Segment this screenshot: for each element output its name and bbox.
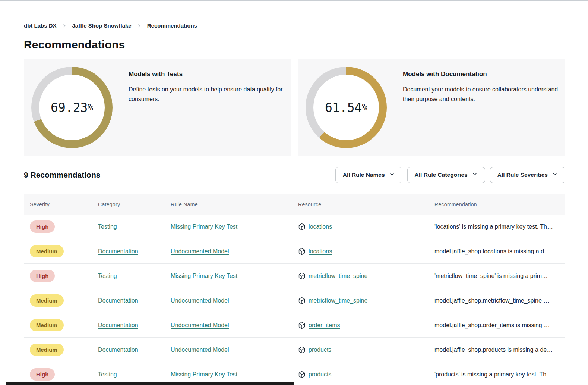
rule-name-link[interactable]: Missing Primary Key Test <box>171 273 237 279</box>
resource-link[interactable]: order_items <box>309 322 340 329</box>
rule-name-link[interactable]: Missing Primary Key Test <box>171 223 237 230</box>
recommendation-text: 'metricflow_time_spine' is missing a pri… <box>434 273 565 279</box>
severity-badge: Medium <box>30 319 64 331</box>
rule-names-filter-label: All Rule Names <box>343 172 385 178</box>
table-row: High Testing Missing Primary Key Test lo… <box>24 215 565 239</box>
table-row: Medium Documentation Undocumented Model … <box>24 313 565 338</box>
page-title: Recommendations <box>24 38 565 51</box>
chevron-down-icon <box>389 171 395 179</box>
recommendations-table: Severity Category Rule Name Resource Rec… <box>24 194 565 385</box>
severity-badge: High <box>30 368 55 381</box>
model-cube-icon <box>298 346 306 354</box>
chevron-right-icon <box>62 23 67 28</box>
window-top-border <box>0 0 588 1</box>
column-header-category: Category <box>98 201 171 207</box>
model-cube-icon <box>298 297 306 304</box>
severity-badge: Medium <box>30 245 64 257</box>
category-link[interactable]: Documentation <box>98 248 138 255</box>
breadcrumb-item-dbt-labs-dx[interactable]: dbt Labs DX <box>24 22 57 29</box>
severity-badge: High <box>30 220 55 233</box>
column-header-rule-name: Rule Name <box>171 201 298 207</box>
model-cube-icon <box>298 223 306 231</box>
rule-names-filter-dropdown[interactable]: All Rule Names <box>335 167 402 183</box>
breadcrumb-item-jaffle-shop-snowflake[interactable]: Jaffle Shop Snowflake <box>72 22 132 29</box>
main-content: dbt Labs DX Jaffle Shop Snowflake Recomm… <box>0 22 588 385</box>
recommendation-text: 'products' is missing a primary key test… <box>434 371 565 378</box>
rule-severities-filter-label: All Rule Severities <box>497 172 548 178</box>
recommendation-text: model.jaffle_shop.products is missing a … <box>434 347 565 353</box>
chevron-down-icon <box>552 171 558 179</box>
table-row: Medium Documentation Undocumented Model … <box>24 288 565 313</box>
resource-link[interactable]: metricflow_time_spine <box>309 297 367 304</box>
percent-sign: % <box>88 102 93 113</box>
category-link[interactable]: Testing <box>98 223 117 230</box>
filter-bar: All Rule Names All Rule Categories All R… <box>335 167 565 183</box>
chevron-right-icon <box>137 23 142 28</box>
resource-link[interactable]: locations <box>309 223 332 230</box>
metric-card-title: Models with Tests <box>129 71 291 78</box>
category-link[interactable]: Testing <box>98 273 117 279</box>
metric-card-title: Models with Documentation <box>403 71 565 78</box>
resource-link[interactable]: products <box>309 347 331 353</box>
rule-name-link[interactable]: Undocumented Model <box>171 248 229 255</box>
percent-sign: % <box>362 102 367 113</box>
metric-card-description: Define tests on your models to help ensu… <box>129 85 291 104</box>
metric-card-models-with-documentation: 61.54% Models with Documentation Documen… <box>298 59 565 156</box>
rule-name-link[interactable]: Undocumented Model <box>171 322 229 329</box>
documentation-donut-chart: 61.54% <box>306 67 387 148</box>
list-header: 9 Recommendations All Rule Names All Rul… <box>24 167 565 183</box>
recommendations-count-heading: 9 Recommendations <box>24 170 100 179</box>
model-cube-icon <box>298 371 306 378</box>
rule-name-link[interactable]: Missing Primary Key Test <box>171 371 237 378</box>
column-header-resource: Resource <box>298 201 434 207</box>
model-cube-icon <box>298 272 306 280</box>
table-body: High Testing Missing Primary Key Test lo… <box>24 215 565 385</box>
bottom-partial-element <box>6 382 294 385</box>
breadcrumb: dbt Labs DX Jaffle Shop Snowflake Recomm… <box>24 22 565 29</box>
model-cube-icon <box>298 322 306 329</box>
table-row: Medium Documentation Undocumented Model … <box>24 239 565 264</box>
table-row: High Testing Missing Primary Key Test me… <box>24 264 565 288</box>
severity-badge: Medium <box>30 294 64 307</box>
metric-card-description: Document your models to ensure collabora… <box>403 85 565 104</box>
breadcrumb-item-recommendations: Recommendations <box>147 22 197 29</box>
documentation-percentage-value: 61.54 <box>325 100 362 115</box>
column-header-severity: Severity <box>30 201 98 207</box>
resource-link[interactable]: products <box>309 371 331 378</box>
tests-percentage-value: 69.23 <box>51 100 88 115</box>
recommendation-text: 'locations' is missing a primary key tes… <box>434 223 565 230</box>
category-link[interactable]: Documentation <box>98 322 138 329</box>
metric-cards: 69.23% Models with Tests Define tests on… <box>24 59 565 156</box>
table-row: High Testing Missing Primary Key Test pr… <box>24 362 565 385</box>
category-link[interactable]: Documentation <box>98 297 138 304</box>
rule-categories-filter-dropdown[interactable]: All Rule Categories <box>407 167 485 183</box>
severity-badge: Medium <box>30 344 64 356</box>
model-cube-icon <box>298 248 306 255</box>
rule-categories-filter-label: All Rule Categories <box>415 172 468 178</box>
metric-card-models-with-tests: 69.23% Models with Tests Define tests on… <box>24 59 291 156</box>
severity-badge: High <box>30 270 55 282</box>
resource-link[interactable]: metricflow_time_spine <box>309 273 367 279</box>
resource-link[interactable]: locations <box>309 248 332 255</box>
rule-name-link[interactable]: Undocumented Model <box>171 297 229 304</box>
category-link[interactable]: Documentation <box>98 347 138 353</box>
table-header-row: Severity Category Rule Name Resource Rec… <box>24 194 565 215</box>
recommendation-text: model.jaffle_shop.locations is missing a… <box>434 248 565 255</box>
category-link[interactable]: Testing <box>98 371 117 378</box>
rule-severities-filter-dropdown[interactable]: All Rule Severities <box>490 167 565 183</box>
chevron-down-icon <box>472 171 478 179</box>
tests-donut-chart: 69.23% <box>31 67 113 148</box>
table-row: Medium Documentation Undocumented Model … <box>24 338 565 362</box>
rule-name-link[interactable]: Undocumented Model <box>171 347 229 353</box>
column-header-recommendation: Recommendation <box>434 201 565 207</box>
recommendation-text: model.jaffle_shop.metricflow_time_spine … <box>434 297 565 304</box>
recommendation-text: model.jaffle_shop.order_items is missing… <box>434 322 565 329</box>
